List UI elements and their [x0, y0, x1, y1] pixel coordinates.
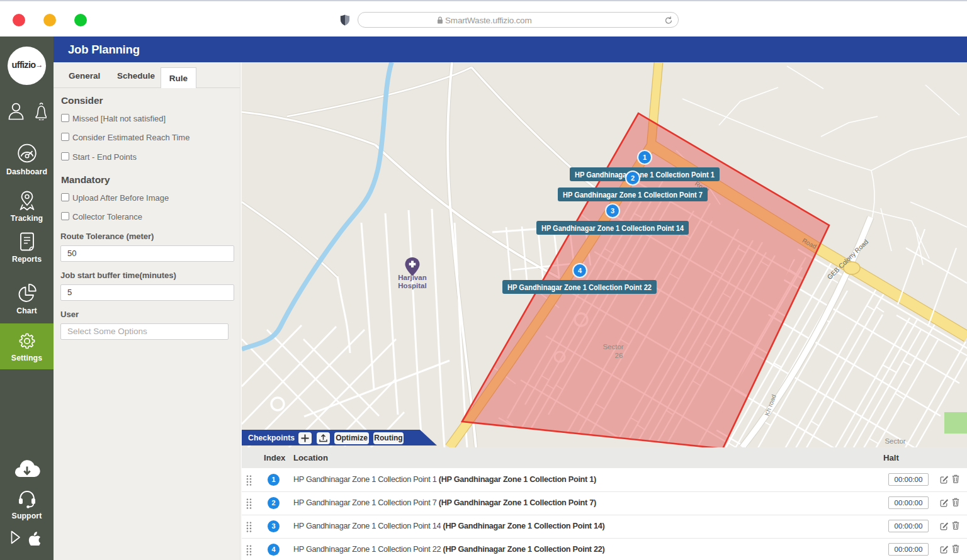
svg-text:4: 4: [578, 267, 582, 274]
svg-text:Sector: Sector: [885, 437, 905, 445]
svg-text:Sector: Sector: [602, 343, 623, 350]
svg-text:HP Gandhinagar Zone 1 Collecti: HP Gandhinagar Zone 1 Collection Point 2…: [507, 283, 652, 292]
svg-text:3: 3: [611, 207, 614, 215]
svg-text:HP Gandhinagar Zone 1 Collecti: HP Gandhinagar Zone 1 Collection Point 7: [563, 191, 703, 199]
svg-text:2: 2: [631, 174, 635, 182]
svg-text:Harjivan: Harjivan: [398, 274, 426, 281]
svg-text:26: 26: [615, 352, 623, 359]
svg-text:1: 1: [643, 154, 647, 161]
svg-text:HP Gandhinagar Zone 1 Collecti: HP Gandhinagar Zone 1 Collection Point 1…: [541, 224, 684, 233]
svg-text:Hospital: Hospital: [398, 282, 426, 289]
svg-text:HP Gandhinagar Zone 1 Collecti: HP Gandhinagar Zone 1 Collection Point 1: [575, 171, 715, 179]
